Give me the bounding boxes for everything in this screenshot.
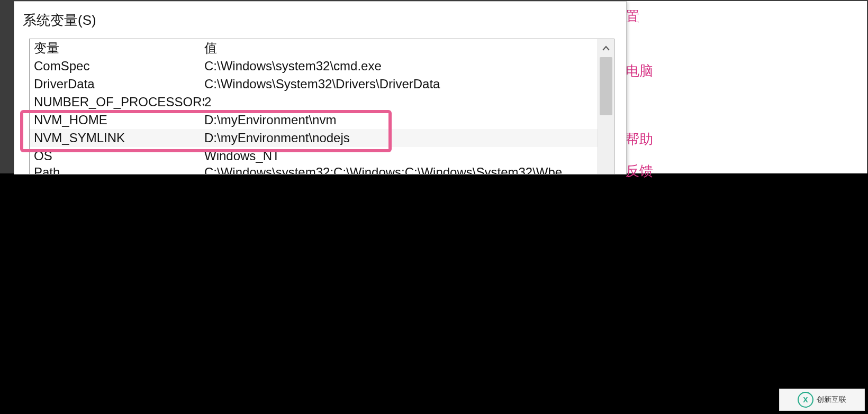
cell-value: 2 bbox=[204, 95, 598, 109]
cell-name: DriverData bbox=[30, 77, 204, 91]
background-settings-window bbox=[625, 1, 867, 173]
table-row[interactable]: DriverData C:\Windows\System32\Drivers\D… bbox=[30, 75, 598, 93]
cell-value: D:\myEnvironment\nodejs bbox=[204, 131, 598, 145]
table-row[interactable]: NVM_HOME D:\myEnvironment\nvm bbox=[30, 111, 598, 129]
bg-link-3[interactable]: 帮助 bbox=[626, 130, 653, 149]
cell-value: C:\Windows\system32\cmd.exe bbox=[204, 59, 598, 73]
watermark: X 创新互联 bbox=[779, 389, 865, 411]
table-row[interactable]: ComSpec C:\Windows\system32\cmd.exe bbox=[30, 57, 598, 75]
table-row[interactable]: NUMBER_OF_PROCESSORS 2 bbox=[30, 93, 598, 111]
cell-name: NVM_SYMLINK bbox=[30, 131, 204, 145]
system-variables-label: 系统变量(S) bbox=[23, 11, 96, 30]
col-header-value[interactable]: 值 bbox=[204, 40, 598, 57]
scroll-up-icon[interactable] bbox=[598, 39, 614, 57]
cell-value: C:\Windows\System32\Drivers\DriverData bbox=[204, 77, 598, 91]
list-header-row: 变量 值 bbox=[30, 39, 598, 57]
col-header-name[interactable]: 变量 bbox=[30, 40, 204, 57]
cell-name: Path bbox=[30, 165, 204, 174]
list-rows-container: 变量 值 ComSpec C:\Windows\system32\cmd.exe… bbox=[30, 39, 598, 174]
cell-name: NVM_HOME bbox=[30, 113, 204, 127]
table-row[interactable]: OS Windows_NT bbox=[30, 147, 598, 165]
cell-name: NUMBER_OF_PROCESSORS bbox=[30, 95, 204, 109]
table-row[interactable]: NVM_SYMLINK D:\myEnvironment\nodejs bbox=[30, 129, 598, 147]
cell-value: C:\Windows\system32;C:\Windows;C:\Window… bbox=[204, 165, 598, 174]
cell-name: OS bbox=[30, 149, 204, 163]
cell-value: Windows_NT bbox=[204, 149, 598, 163]
table-row[interactable]: Path C:\Windows\system32;C:\Windows;C:\W… bbox=[30, 165, 598, 174]
system-variables-listbox[interactable]: 变量 值 ComSpec C:\Windows\system32\cmd.exe… bbox=[29, 39, 614, 174]
watermark-logo-icon: X bbox=[798, 392, 813, 408]
watermark-label: 创新互联 bbox=[817, 395, 846, 404]
bg-link-2[interactable]: 电脑 bbox=[626, 62, 653, 80]
bg-link-4[interactable]: 反馈 bbox=[626, 162, 653, 180]
bg-link-1[interactable]: 置 bbox=[626, 7, 639, 26]
cell-value: D:\myEnvironment\nvm bbox=[204, 113, 598, 127]
vertical-scrollbar[interactable] bbox=[598, 39, 614, 174]
scrollbar-thumb[interactable] bbox=[600, 57, 612, 115]
environment-variables-dialog: 系统变量(S) 变量 值 ComSpec C:\Windows\system32… bbox=[14, 1, 627, 174]
cell-name: ComSpec bbox=[30, 59, 204, 73]
